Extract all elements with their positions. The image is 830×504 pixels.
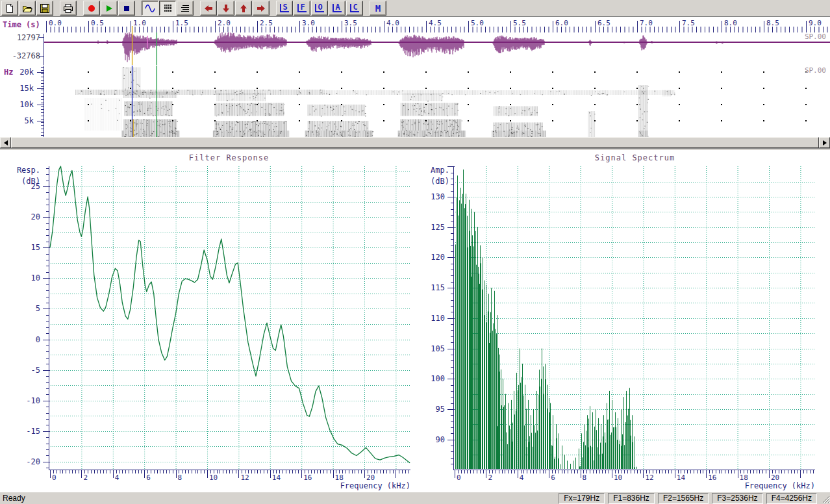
- waveform-trace: [97, 32, 723, 62]
- record-icon: [86, 3, 97, 14]
- svg-text:125: 125: [431, 223, 445, 232]
- svg-text:3.5: 3.5: [344, 19, 357, 27]
- filter-response-grid: [49, 166, 410, 470]
- printer-icon: [63, 3, 73, 14]
- svg-text:6.0: 6.0: [555, 19, 568, 27]
- svg-text:4.5: 4.5: [429, 19, 442, 27]
- status-field: F2=1565Hz: [658, 493, 709, 504]
- svg-text:Frequency (kHz): Frequency (kHz): [745, 481, 815, 490]
- open-file-button[interactable]: [19, 1, 36, 16]
- svg-text:8: 8: [178, 473, 182, 482]
- svg-text:110: 110: [431, 314, 445, 323]
- scroll-left-button[interactable]: [0, 137, 11, 148]
- spectrogram-content: [76, 68, 675, 138]
- svg-text:15k: 15k: [19, 84, 34, 93]
- signal-spectrum-axes: [447, 166, 815, 478]
- nav-right-button[interactable]: [253, 1, 270, 16]
- arrow-up-icon: [238, 3, 249, 14]
- horizontal-scrollbar: [0, 137, 830, 148]
- new-file-icon: [5, 3, 15, 14]
- item-a-button[interactable]: A: [329, 1, 346, 16]
- svg-text:1.0: 1.0: [133, 19, 146, 27]
- print-button[interactable]: [60, 1, 77, 16]
- svg-text:3.0: 3.0: [302, 19, 315, 27]
- svg-text:0: 0: [36, 335, 40, 344]
- svg-text:10: 10: [31, 273, 40, 283]
- svg-text:20: 20: [31, 212, 40, 221]
- svg-text:1.5: 1.5: [175, 19, 188, 27]
- svg-text:-15: -15: [26, 427, 40, 436]
- svg-text:9.0: 9.0: [809, 19, 822, 27]
- spectrogram-view-button[interactable]: [159, 1, 176, 16]
- plots-canvas: 2520151050-5-10-15-2002468101214161820Fr…: [0, 151, 830, 492]
- signal-workspace: 0.00.51.01.52.02.53.03.54.04.55.05.56.06…: [0, 17, 830, 148]
- svg-text:90: 90: [436, 435, 445, 444]
- sine-wave-icon: [145, 3, 155, 14]
- status-bar: Ready Fx=179HzF1=836HzF2=1565HzF3=2536Hz…: [0, 492, 830, 504]
- svg-text:-20: -20: [26, 457, 40, 466]
- waveform-spectrogram-display[interactable]: 0.00.51.01.52.02.53.03.54.04.55.05.56.06…: [0, 17, 830, 137]
- svg-text:4: 4: [115, 473, 119, 482]
- svg-text:12: 12: [240, 473, 249, 482]
- speech-analysis-window: S F O A C M 0.00.51.01.52.02.53.03.54.04…: [0, 0, 830, 504]
- status-field: Fx=179Hz: [559, 493, 605, 504]
- item-c-label: C: [350, 4, 358, 12]
- svg-text:14: 14: [677, 473, 686, 482]
- svg-text:2.0: 2.0: [218, 19, 231, 27]
- item-o-button[interactable]: O: [311, 1, 328, 16]
- item-f-label: F: [297, 4, 306, 12]
- item-c-button[interactable]: C: [346, 1, 363, 16]
- status-field: F4=4256Hz: [766, 493, 817, 504]
- svg-text:6: 6: [551, 473, 555, 482]
- new-file-button[interactable]: [1, 1, 18, 16]
- svg-text:4.0: 4.0: [386, 19, 399, 27]
- scroll-left-icon: [4, 140, 8, 145]
- svg-text:2: 2: [83, 473, 88, 482]
- svg-text:0.0: 0.0: [49, 19, 62, 27]
- item-s-button[interactable]: S: [276, 1, 293, 16]
- play-button[interactable]: [101, 1, 118, 16]
- nav-up-button[interactable]: [235, 1, 252, 16]
- svg-text:5.0: 5.0: [471, 19, 484, 27]
- waveform-view-button[interactable]: [142, 1, 158, 16]
- svg-text:4: 4: [520, 473, 524, 482]
- nav-left-button[interactable]: [200, 1, 217, 16]
- nav-down-button[interactable]: [218, 1, 234, 16]
- status-field: F1=836Hz: [608, 493, 655, 504]
- svg-text:100: 100: [431, 374, 445, 383]
- waveform-channel-label: SP.00: [778, 32, 826, 41]
- time-axis-label: Time (s): [3, 20, 40, 29]
- item-f-button[interactable]: F: [294, 1, 310, 16]
- svg-text:8.5: 8.5: [766, 19, 779, 27]
- marker-m-button[interactable]: M: [370, 1, 386, 16]
- svg-text:7.0: 7.0: [640, 19, 653, 27]
- spectrogram-stripes-icon: [162, 3, 173, 14]
- svg-text:8.0: 8.0: [724, 19, 737, 27]
- save-file-button[interactable]: [36, 1, 53, 16]
- status-ready-text: Ready: [0, 494, 25, 503]
- spectrogram-channel-label: SP.00: [778, 66, 826, 75]
- spectrogram-axis: [37, 66, 44, 137]
- waveform-max-label: 12797: [0, 33, 40, 42]
- svg-text:5k: 5k: [25, 116, 34, 125]
- svg-text:6: 6: [146, 473, 151, 482]
- svg-text:8: 8: [583, 473, 587, 482]
- arrow-right-icon: [256, 3, 266, 14]
- svg-text:0: 0: [457, 473, 461, 482]
- svg-text:115: 115: [431, 283, 445, 292]
- scrollbar-thumb[interactable]: [11, 137, 819, 148]
- stop-icon: [121, 3, 132, 14]
- save-floppy-icon: [40, 3, 50, 14]
- record-button[interactable]: [83, 1, 100, 16]
- stop-button[interactable]: [118, 1, 135, 16]
- svg-text:0: 0: [52, 473, 57, 482]
- svg-text:0.5: 0.5: [91, 19, 104, 27]
- svg-text:10k: 10k: [19, 100, 34, 109]
- scroll-right-button[interactable]: [819, 137, 830, 148]
- annotation-view-button[interactable]: [177, 1, 194, 16]
- waveform-min-label: -32768: [0, 51, 40, 60]
- svg-text:20k: 20k: [19, 68, 34, 77]
- svg-text:16: 16: [708, 473, 716, 482]
- svg-text:6.5: 6.5: [597, 19, 610, 27]
- resize-grip[interactable]: [820, 493, 830, 503]
